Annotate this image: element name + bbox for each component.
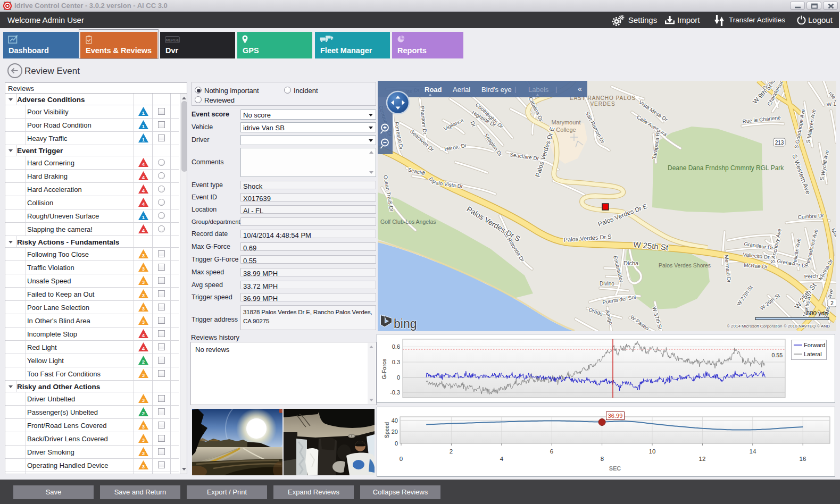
svg-text:0: 0 (397, 374, 400, 381)
svg-text:0.3: 0.3 (392, 359, 400, 365)
svg-text:600 yds: 600 yds (806, 310, 828, 316)
svg-text:Forward: Forward (804, 342, 825, 348)
svg-text:12: 12 (699, 456, 706, 462)
svg-text:0: 0 (400, 456, 403, 462)
svg-text:SEC: SEC (609, 465, 621, 472)
svg-text:Golf Club-Los Angelas: Golf Club-Los Angelas (380, 219, 436, 225)
svg-text:2: 2 (450, 448, 453, 455)
svg-text:Deane Dana Frndshp Cmmnty RGL: Deane Dana Frndshp Cmmnty RGL Park (668, 164, 784, 172)
svg-text:Divino: Divino (600, 281, 614, 287)
svg-text:213: 213 (775, 140, 784, 146)
svg-text:© 2014 Microsoft Corporation: © 2014 Microsoft Corporation © 2010 NAVT… (727, 324, 830, 329)
svg-text:10: 10 (649, 448, 656, 455)
svg-text:bing: bing (394, 317, 417, 331)
svg-text:20: 20 (392, 429, 398, 435)
svg-text:8: 8 (601, 456, 604, 462)
svg-text:«: « (578, 85, 582, 93)
svg-text:Palos Verdes Shores: Palos Verdes Shores (659, 262, 711, 268)
svg-text:W 10t: W 10t (826, 100, 836, 107)
svg-text:Marymount: Marymount (551, 119, 580, 125)
svg-text:Aerial: Aerial (453, 86, 470, 94)
svg-text:0: 0 (395, 440, 398, 447)
svg-text:G-Force: G-Force (381, 358, 387, 379)
svg-text:14: 14 (750, 448, 756, 455)
svg-text:6: 6 (550, 448, 553, 455)
svg-text:Bird's eye: Bird's eye (481, 86, 512, 94)
svg-text:36.99: 36.99 (608, 413, 623, 419)
svg-text:VERDES: VERDES (590, 101, 615, 107)
svg-text:|: | (514, 85, 516, 93)
svg-text:Labels: Labels (528, 86, 549, 94)
svg-text:Lateral: Lateral (804, 351, 822, 357)
svg-text:40: 40 (392, 417, 398, 424)
svg-text:0.55: 0.55 (772, 352, 783, 358)
svg-text:Road: Road (425, 86, 442, 94)
svg-text:16: 16 (800, 456, 806, 462)
svg-text:0.6: 0.6 (392, 343, 400, 350)
svg-text:-0.3: -0.3 (390, 389, 400, 396)
svg-text:|: | (555, 85, 557, 93)
svg-text:2: 2 (830, 300, 834, 306)
svg-text:College: College (556, 127, 576, 133)
svg-text:Speed: Speed (384, 422, 390, 438)
svg-text:MERGE: MERGE (165, 38, 179, 42)
svg-text:4: 4 (500, 456, 504, 462)
svg-text:Dicha: Dicha (623, 260, 639, 266)
